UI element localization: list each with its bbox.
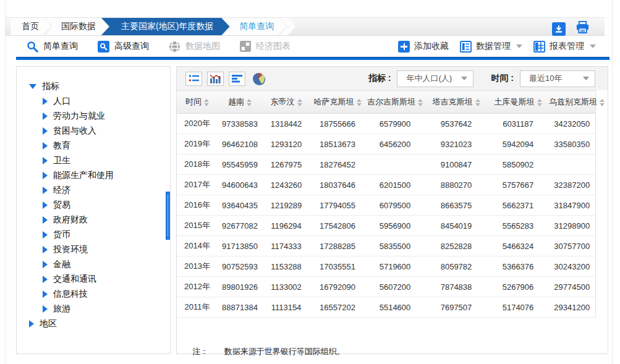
add-favorite-button[interactable]: 添加收藏 — [398, 41, 449, 53]
time-select[interactable]: 最近10年 — [520, 70, 595, 87]
table-grid-icon — [533, 41, 545, 53]
tree-item[interactable]: 贸易 — [17, 198, 170, 213]
sort-icon[interactable] — [357, 99, 362, 106]
tree-item[interactable]: 经济 — [17, 183, 170, 198]
sort-icon[interactable] — [475, 99, 480, 106]
table-row[interactable]: 2013年90752593115328817035551571960080597… — [177, 256, 595, 277]
tree-item[interactable]: 政府财政 — [17, 213, 170, 227]
table-row[interactable]: 2012年89801926113300216792090560720078748… — [177, 277, 595, 297]
expand-icon[interactable] — [43, 172, 48, 179]
tree-item[interactable]: 金融 — [17, 257, 170, 272]
data-map-button: 数据地图 — [169, 41, 220, 53]
expand-icon[interactable] — [43, 201, 48, 209]
table-row[interactable]: 2014年91713850117433317288285583550082528… — [177, 236, 595, 256]
sidebar-scrollbar-thumb[interactable] — [166, 192, 170, 240]
expand-icon[interactable] — [43, 98, 48, 105]
sort-icon[interactable] — [418, 99, 423, 106]
sort-icon[interactable] — [204, 99, 209, 106]
data-management-menu[interactable]: 数据管理 — [460, 41, 522, 53]
table-row[interactable]: 2017年94600643124326018037646620150088802… — [177, 175, 595, 195]
table-cell: 2017年 — [177, 175, 218, 195]
indicator-select[interactable]: 年中人口(人) — [397, 70, 473, 87]
table-cell: 32387200 — [549, 175, 595, 195]
tree-item[interactable]: 信息科技 — [17, 287, 170, 302]
tree-item[interactable]: 交通和通讯 — [17, 272, 170, 287]
expand-icon[interactable] — [43, 142, 48, 150]
tree-item[interactable]: 货币 — [17, 227, 170, 242]
expand-icon[interactable] — [43, 157, 48, 164]
chevron-down-icon — [590, 44, 596, 48]
expand-icon[interactable] — [43, 187, 48, 194]
table-row[interactable]: 2016年93640435121928917794055607950086635… — [177, 195, 595, 216]
column-header[interactable]: 东帝汶 — [262, 91, 310, 114]
search-box-icon — [98, 41, 109, 53]
table-row[interactable]: 2011年88871384111315416557202551460076975… — [177, 297, 595, 318]
expand-icon[interactable] — [43, 290, 48, 298]
download-icon[interactable] — [552, 22, 566, 36]
column-header-label: 土库曼斯坦 — [495, 97, 535, 106]
table-cell: 18037646 — [310, 175, 365, 195]
table-row[interactable]: 2018年95545959126797518276452910084758509… — [177, 154, 595, 175]
toolbar-right-group: 添加收藏 数据管理 — [398, 41, 596, 53]
column-header[interactable]: 乌兹别克斯坦 — [549, 91, 595, 114]
table-cell: 31298900 — [549, 216, 595, 236]
table-view-icon[interactable] — [185, 72, 202, 86]
column-header[interactable]: 越南 — [218, 91, 262, 114]
simple-query-button[interactable]: 简单查询 — [27, 41, 78, 53]
column-header[interactable]: 土库曼斯坦 — [487, 91, 549, 114]
table-cell: 1293120 — [262, 134, 310, 154]
tree-item[interactable]: 人口 — [17, 94, 170, 109]
tree-item[interactable]: 旅游 — [17, 302, 170, 316]
sort-icon[interactable] — [247, 99, 252, 106]
report-management-menu[interactable]: 报表管理 — [533, 41, 596, 53]
tree-item[interactable]: 劳动力与就业 — [17, 109, 170, 124]
expand-icon[interactable] — [43, 246, 48, 253]
advanced-query-button[interactable]: 高级查询 — [98, 41, 149, 53]
column-header[interactable]: 塔吉克斯坦 — [425, 91, 487, 114]
tree-item[interactable]: 能源生产和使用 — [17, 168, 170, 183]
sort-icon[interactable] — [537, 99, 542, 106]
indicator-select-value: 年中人口(人) — [406, 73, 452, 84]
tree-item[interactable]: 教育 — [17, 138, 170, 153]
breadcrumb-international-data[interactable]: 国际数据 — [45, 18, 108, 35]
expand-icon[interactable] — [43, 216, 48, 224]
expand-icon[interactable] — [29, 320, 34, 328]
tree-root-indicators[interactable]: 指标 — [17, 79, 170, 94]
table-cell: 88871384 — [218, 297, 262, 318]
column-header-label: 塔吉克斯坦 — [433, 97, 473, 106]
print-icon[interactable] — [575, 20, 590, 37]
expand-icon[interactable] — [43, 231, 48, 239]
table-row[interactable]: 2019年96462108129312018513673645620093210… — [177, 134, 595, 154]
table-cell: 6579900 — [365, 114, 425, 134]
expand-icon[interactable] — [43, 261, 48, 268]
table-row[interactable]: 2015年92677082119629417542806595690084540… — [177, 216, 595, 236]
search-icon — [27, 41, 38, 53]
expand-icon[interactable] — [43, 112, 48, 120]
sort-icon[interactable] — [600, 99, 605, 106]
expand-icon[interactable] — [43, 276, 48, 283]
tree-item-label: 信息科技 — [53, 289, 88, 300]
breadcrumb-annual-data-active[interactable]: 主要国家(地区)年度数据 — [101, 18, 229, 35]
pie-chart-view-icon[interactable] — [250, 72, 267, 86]
sort-icon[interactable] — [297, 99, 302, 106]
column-header[interactable]: 时间 — [177, 91, 218, 114]
tree-item[interactable]: 卫生 — [17, 153, 170, 168]
column-header[interactable]: 哈萨克斯坦 — [310, 91, 365, 114]
collapse-icon[interactable] — [29, 84, 36, 89]
chevron-down-icon — [516, 44, 522, 48]
tree-item[interactable]: 投资环境 — [17, 242, 170, 257]
table-cell: 1174333 — [262, 236, 310, 256]
hbar-chart-view-icon[interactable] — [229, 72, 245, 86]
bar-chart-view-icon[interactable] — [207, 72, 224, 86]
table-cell: 2011年 — [177, 297, 218, 318]
expand-icon[interactable] — [43, 305, 48, 313]
expand-icon[interactable] — [43, 127, 48, 135]
tree-item[interactable]: 贫困与收入 — [17, 124, 170, 138]
tree-root-region[interactable]: 地区 — [17, 316, 170, 331]
data-panel: 指标 : 年中人口(人) 时间 : 最近10年 — [176, 66, 608, 354]
breadcrumb-home[interactable]: 首页 — [11, 18, 51, 35]
table-cell: 95545959 — [218, 154, 262, 175]
column-header[interactable]: 吉尔吉斯斯坦 — [365, 91, 425, 114]
table-row[interactable]: 2020年97338583131844218755666657990095376… — [177, 114, 595, 134]
breadcrumb-simple-query[interactable]: 简单查询 — [223, 18, 286, 35]
